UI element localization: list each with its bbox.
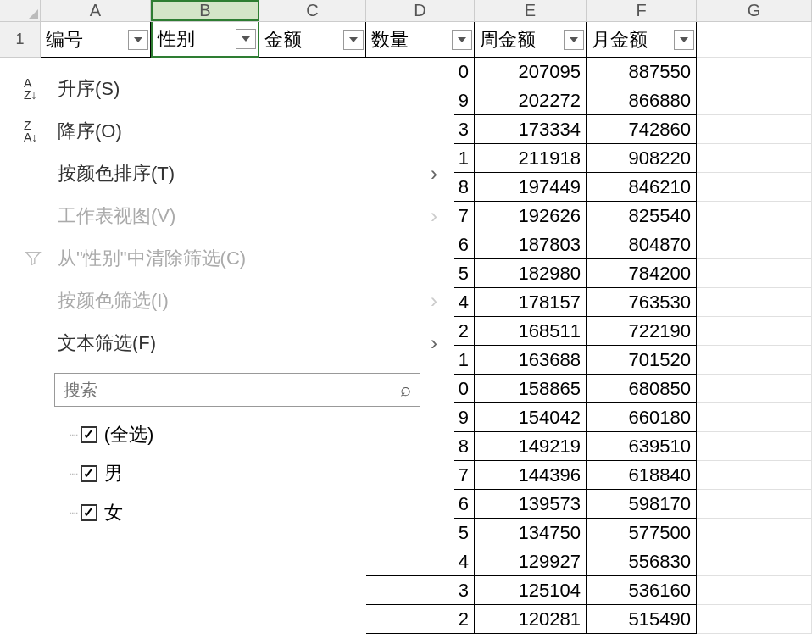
cell-F[interactable]: 722190 bbox=[587, 317, 697, 346]
sort-by-color[interactable]: 按颜色排序(T) › bbox=[7, 153, 454, 195]
search-input[interactable] bbox=[64, 380, 400, 400]
cell-G[interactable] bbox=[697, 547, 812, 576]
cell-F[interactable]: 846210 bbox=[587, 173, 697, 202]
sort-ascending[interactable]: AZ↓ 升序(S) bbox=[7, 68, 454, 110]
cell-E[interactable]: 158865 bbox=[475, 375, 587, 403]
cell-G[interactable] bbox=[697, 202, 812, 230]
col-head-E[interactable]: E bbox=[475, 0, 587, 21]
cell-G[interactable] bbox=[697, 230, 812, 259]
col-head-G[interactable]: G bbox=[697, 0, 812, 21]
cell-F[interactable]: 784200 bbox=[587, 259, 697, 288]
header-cell-C[interactable]: 金额 bbox=[259, 22, 366, 58]
cell-E[interactable]: 154042 bbox=[475, 403, 587, 432]
cell-G[interactable] bbox=[697, 317, 812, 346]
cell-E[interactable]: 144396 bbox=[475, 461, 587, 490]
header-cell-G[interactable] bbox=[697, 22, 812, 58]
sort-descending[interactable]: ZA↓ 降序(O) bbox=[7, 110, 454, 153]
cell-F[interactable]: 825540 bbox=[587, 202, 697, 230]
filter-option-female[interactable]: ┈ 女 bbox=[70, 493, 420, 532]
cell-G[interactable] bbox=[697, 403, 812, 432]
cell-G[interactable] bbox=[697, 605, 812, 634]
cell-E[interactable]: 202272 bbox=[475, 86, 587, 115]
cell-G[interactable] bbox=[697, 432, 812, 461]
cell-G[interactable] bbox=[697, 144, 812, 173]
header-cell-E[interactable]: 周金额 bbox=[475, 22, 587, 58]
checkbox-select-all[interactable] bbox=[81, 426, 97, 443]
cell-G[interactable] bbox=[697, 490, 812, 519]
filter-dropdown-C[interactable] bbox=[343, 30, 364, 50]
cell-F[interactable]: 515490 bbox=[587, 605, 697, 634]
cell-E[interactable]: 192626 bbox=[475, 202, 587, 230]
col-head-F[interactable]: F bbox=[587, 0, 697, 21]
cell-E[interactable]: 178157 bbox=[475, 288, 587, 317]
cell-G[interactable] bbox=[697, 375, 812, 403]
cell-E[interactable]: 139573 bbox=[475, 490, 587, 519]
cell-E[interactable]: 125104 bbox=[475, 576, 587, 605]
cell-F[interactable]: 763530 bbox=[587, 288, 697, 317]
select-all-corner[interactable] bbox=[0, 0, 41, 21]
filter-dropdown-B[interactable] bbox=[236, 29, 256, 49]
cell-E[interactable]: 134750 bbox=[475, 519, 587, 547]
cell-F[interactable]: 660180 bbox=[587, 403, 697, 432]
row-head-hidden bbox=[0, 605, 41, 634]
filter-option-select-all[interactable]: ┈ (全选) bbox=[70, 415, 420, 454]
cell-G[interactable] bbox=[697, 576, 812, 605]
col-head-A[interactable]: A bbox=[41, 0, 151, 21]
checkbox-female[interactable] bbox=[81, 504, 97, 521]
filter-dropdown-E[interactable] bbox=[564, 30, 584, 50]
cell-F[interactable]: 680850 bbox=[587, 375, 697, 403]
cell-G[interactable] bbox=[697, 173, 812, 202]
cell-G[interactable] bbox=[697, 346, 812, 375]
header-cell-B[interactable]: 性别 bbox=[151, 22, 259, 58]
col-head-C[interactable]: C bbox=[259, 0, 366, 21]
cell-E[interactable]: 173334 bbox=[475, 115, 587, 144]
col-head-B[interactable]: B bbox=[151, 0, 259, 21]
cell-F[interactable]: 618840 bbox=[587, 461, 697, 490]
cell-D[interactable]: 4 bbox=[366, 547, 475, 576]
cell-F[interactable]: 577500 bbox=[587, 519, 697, 547]
cell-F[interactable]: 742860 bbox=[587, 115, 697, 144]
filter-dropdown-D[interactable] bbox=[452, 30, 472, 50]
row-head-1[interactable]: 1 bbox=[0, 22, 41, 58]
header-cell-A[interactable]: 编号 bbox=[41, 22, 151, 58]
cell-F[interactable]: 556830 bbox=[587, 547, 697, 576]
cell-F[interactable]: 536160 bbox=[587, 576, 697, 605]
cell-E[interactable]: 211918 bbox=[475, 144, 587, 173]
cell-E[interactable]: 197449 bbox=[475, 173, 587, 202]
header-cell-D[interactable]: 数量 bbox=[366, 22, 475, 58]
cell-F[interactable]: 639510 bbox=[587, 432, 697, 461]
cell-G[interactable] bbox=[697, 115, 812, 144]
cell-E[interactable]: 168511 bbox=[475, 317, 587, 346]
cell-D[interactable]: 2 bbox=[366, 605, 475, 634]
cell-E[interactable]: 149219 bbox=[475, 432, 587, 461]
cell-G[interactable] bbox=[697, 519, 812, 547]
select-all-triangle-icon bbox=[28, 9, 38, 19]
cell-D[interactable]: 3 bbox=[366, 576, 475, 605]
cell-F[interactable]: 866880 bbox=[587, 86, 697, 115]
cell-G[interactable] bbox=[697, 461, 812, 490]
cell-F[interactable]: 701520 bbox=[587, 346, 697, 375]
cell-E[interactable]: 187803 bbox=[475, 230, 587, 259]
cell-E[interactable]: 163688 bbox=[475, 346, 587, 375]
filter-option-male[interactable]: ┈ 男 bbox=[70, 454, 420, 493]
cell-G[interactable] bbox=[697, 58, 812, 86]
cell-F[interactable]: 887550 bbox=[587, 58, 697, 86]
cell-E[interactable]: 129927 bbox=[475, 547, 587, 576]
cell-F[interactable]: 908220 bbox=[587, 144, 697, 173]
chevron-right-icon: › bbox=[431, 204, 437, 228]
cell-E[interactable]: 182980 bbox=[475, 259, 587, 288]
checkbox-male[interactable] bbox=[81, 465, 97, 482]
cell-G[interactable] bbox=[697, 86, 812, 115]
cell-G[interactable] bbox=[697, 288, 812, 317]
cell-E[interactable]: 207095 bbox=[475, 58, 587, 86]
cell-E[interactable]: 120281 bbox=[475, 605, 587, 634]
text-filter[interactable]: 文本筛选(F) › bbox=[7, 322, 454, 364]
cell-F[interactable]: 804870 bbox=[587, 230, 697, 259]
filter-search[interactable]: ⌕ bbox=[54, 373, 420, 407]
filter-dropdown-A[interactable] bbox=[128, 30, 148, 50]
cell-F[interactable]: 598170 bbox=[587, 490, 697, 519]
col-head-D[interactable]: D bbox=[366, 0, 475, 21]
header-cell-F[interactable]: 月金额 bbox=[587, 22, 697, 58]
filter-dropdown-F[interactable] bbox=[674, 30, 694, 50]
cell-G[interactable] bbox=[697, 259, 812, 288]
